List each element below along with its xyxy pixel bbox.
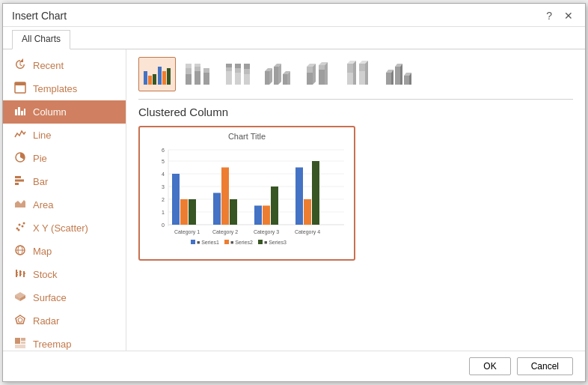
- sidebar-item-surface[interactable]: Surface: [3, 286, 126, 309]
- chart-type-3d-clustered-column[interactable]: [260, 57, 297, 91]
- svg-rect-75: [307, 67, 313, 73]
- sidebar-item-column[interactable]: Column: [3, 100, 126, 124]
- svg-rect-42: [144, 71, 147, 85]
- svg-rect-135: [258, 240, 263, 244]
- svg-rect-78: [319, 70, 325, 85]
- sidebar-item-xy-scatter-label: X Y (Scatter): [33, 222, 88, 234]
- separator: [138, 99, 573, 100]
- svg-rect-64: [244, 64, 250, 69]
- svg-rect-123: [271, 187, 278, 225]
- svg-text:■ Series3: ■ Series3: [264, 240, 287, 245]
- svg-marker-89: [365, 61, 368, 85]
- svg-rect-49: [186, 68, 192, 74]
- column-icon: [13, 105, 27, 119]
- svg-rect-71: [283, 74, 287, 85]
- scatter-icon: [13, 221, 27, 235]
- svg-marker-31: [18, 318, 22, 322]
- close-button[interactable]: ✕: [561, 10, 576, 21]
- svg-rect-96: [404, 76, 409, 85]
- svg-rect-65: [265, 71, 269, 85]
- sidebar-item-radar[interactable]: Radar: [3, 309, 126, 333]
- svg-rect-47: [167, 68, 171, 85]
- chart-type-100-stacked-column[interactable]: [219, 57, 257, 91]
- svg-rect-87: [359, 64, 365, 71]
- sidebar-item-area-label: Area: [33, 199, 53, 210]
- dialog-title: Insert Chart: [12, 10, 67, 22]
- svg-text:5: 5: [162, 159, 165, 164]
- sidebar-item-stock-label: Stock: [33, 269, 58, 280]
- svg-marker-81: [325, 62, 328, 85]
- svg-point-15: [18, 229, 20, 231]
- svg-rect-83: [347, 64, 353, 73]
- tabs-row: All Charts: [3, 27, 585, 49]
- svg-text:■ Series1: ■ Series1: [197, 240, 219, 245]
- sidebar-item-pie-label: Pie: [33, 153, 47, 164]
- svg-rect-125: [304, 199, 311, 225]
- svg-rect-1: [15, 82, 25, 85]
- chart-type-3d-stacked-column[interactable]: [300, 57, 337, 91]
- svg-rect-74: [307, 73, 313, 85]
- svg-text:Category 1: Category 1: [174, 229, 200, 235]
- svg-text:3: 3: [162, 184, 165, 190]
- svg-marker-95: [400, 64, 402, 85]
- svg-rect-133: [224, 240, 229, 244]
- svg-marker-77: [313, 64, 316, 85]
- area-icon: [13, 198, 27, 212]
- pie-icon: [13, 151, 27, 166]
- line-icon: [13, 128, 27, 142]
- svg-rect-33: [21, 338, 25, 341]
- svg-point-12: [19, 224, 21, 226]
- sidebar-item-map-label: Map: [33, 246, 52, 257]
- svg-rect-53: [195, 64, 200, 67]
- sidebar-item-stock[interactable]: Stock: [3, 263, 126, 286]
- svg-text:Category 4: Category 4: [295, 229, 320, 235]
- sidebar-item-templates[interactable]: Templates: [3, 77, 126, 100]
- help-button[interactable]: ?: [543, 10, 555, 21]
- treemap-icon: [13, 337, 27, 351]
- svg-rect-68: [274, 67, 278, 85]
- svg-rect-32: [15, 338, 20, 344]
- chart-type-clustered-column[interactable]: [138, 57, 176, 91]
- svg-text:■ Series2: ■ Series2: [230, 240, 253, 245]
- sidebar-item-recent-label: Recent: [33, 60, 64, 71]
- sidebar-item-xy-scatter[interactable]: X Y (Scatter): [3, 216, 126, 240]
- svg-marker-10: [15, 200, 25, 207]
- tab-all-charts[interactable]: All Charts: [12, 30, 70, 49]
- sidebar-item-area[interactable]: Area: [3, 193, 126, 216]
- sidebar-item-recent[interactable]: Recent: [3, 54, 126, 77]
- svg-rect-9: [15, 183, 19, 185]
- main-area: Clustered Column Chart Title: [126, 49, 585, 351]
- sidebar: Recent Templates Colu: [3, 49, 126, 351]
- ok-button[interactable]: OK: [469, 357, 510, 375]
- svg-text:2: 2: [162, 197, 165, 202]
- chart-type-row: [138, 57, 573, 91]
- cancel-button[interactable]: Cancel: [517, 357, 573, 375]
- svg-marker-85: [353, 61, 356, 85]
- svg-rect-61: [235, 64, 241, 68]
- svg-rect-54: [203, 73, 209, 85]
- svg-rect-52: [195, 67, 200, 71]
- sidebar-item-treemap-label: Treemap: [33, 339, 72, 350]
- svg-point-13: [22, 225, 24, 228]
- svg-rect-79: [319, 65, 325, 70]
- svg-rect-131: [191, 240, 195, 244]
- chart-preview-title: Chart Title: [144, 132, 349, 141]
- sidebar-item-map[interactable]: Map: [3, 240, 126, 263]
- sidebar-item-pie[interactable]: Pie: [3, 147, 126, 170]
- sidebar-item-bar[interactable]: Bar: [3, 170, 126, 193]
- sidebar-item-line[interactable]: Line: [3, 124, 126, 147]
- sidebar-item-bar-label: Bar: [33, 176, 48, 187]
- chart-type-3d-column[interactable]: [381, 57, 418, 91]
- svg-rect-55: [203, 68, 209, 73]
- svg-rect-7: [15, 176, 21, 178]
- svg-rect-115: [172, 174, 180, 225]
- svg-rect-2: [15, 109, 17, 115]
- chart-type-3d-100-stacked-column[interactable]: [340, 57, 378, 91]
- svg-rect-50: [186, 64, 192, 68]
- svg-text:Category 3: Category 3: [254, 229, 279, 235]
- svg-text:Category 2: Category 2: [212, 229, 238, 235]
- svg-rect-5: [24, 109, 25, 115]
- chart-type-stacked-column[interactable]: [179, 57, 216, 91]
- sidebar-item-treemap[interactable]: Treemap: [3, 333, 126, 351]
- svg-rect-58: [226, 64, 232, 67]
